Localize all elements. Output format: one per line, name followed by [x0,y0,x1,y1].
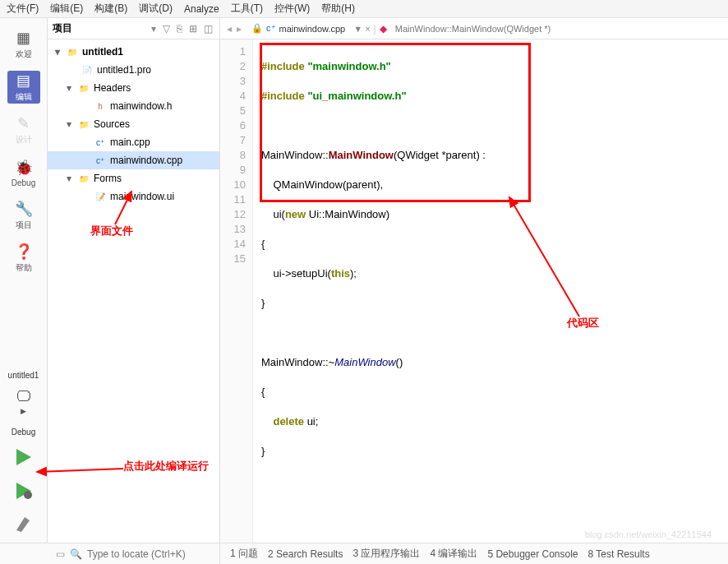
tab-dropdown[interactable]: ▼ × [353,24,370,34]
nav-back-icon[interactable]: ◂ [225,23,233,35]
menu-bar: 文件(F) 编辑(E) 构建(B) 调试(D) Analyze 工具(T) 控件… [0,0,728,18]
left-rail: ▦欢迎 ▤编辑 ✎设计 🐞Debug 🔧项目 ❓帮助 untitled1 🖵▶ … [0,18,48,543]
menu-debug[interactable]: 调试(D) [139,2,173,16]
tree-main-cpp[interactable]: c⁺main.cpp [48,133,219,151]
help-icon: ❓ [15,243,33,261]
status-debugger-console[interactable]: 5 Debugger Console [487,548,578,560]
cpp-icon: c⁺ [94,154,107,167]
status-compile-output[interactable]: 4 编译输出 [430,547,477,561]
dropdown-icon[interactable]: ▾ [150,23,158,35]
project-icon: 📁 [66,45,79,58]
bug-icon: 🐞 [15,159,33,177]
pro-icon: 📄 [81,63,94,76]
code-editor[interactable]: #include "mainwindow.h" #include "ui_mai… [253,39,728,543]
folder-icon: 📁 [77,81,90,95]
status-search-results[interactable]: 2 Search Results [268,548,343,560]
ui-icon: 📝 [94,190,107,203]
wrench-icon: 🔧 [15,200,33,218]
cpp-icon: c⁺ [266,23,276,34]
search-icon: 🔍 [70,548,82,560]
menu-analyze[interactable]: Analyze [184,3,219,15]
svg-marker-0 [16,449,31,465]
rail-project[interactable]: 🔧项目 [7,199,40,232]
status-bar: ▭ 🔍 1 问题 2 Search Results 3 应用程序输出 4 编译输… [0,543,728,564]
filter-icon[interactable]: ▽ [161,23,172,35]
editor-tab[interactable]: 🔒 c⁺ mainwindow.cpp [247,21,350,35]
rail-edit[interactable]: ▤编辑 [7,71,40,104]
menu-file[interactable]: 文件(F) [7,2,39,16]
status-test-results[interactable]: 8 Test Results [588,548,650,560]
rail-design[interactable]: ✎设计 [7,113,40,146]
tree-sources[interactable]: ▾📁Sources [48,115,219,133]
link-icon[interactable]: ⎘ [175,23,184,35]
debug-run-button[interactable] [13,480,35,504]
diamond-icon: ◆ [380,23,387,35]
tree-root[interactable]: ▾📁untitled1 [48,43,219,61]
folder-icon: 📁 [77,118,90,131]
project-panel: 项目 ▾ ▽ ⎘ ⊞ ◫ ▾📁untitled1 📄untitled1.pro … [48,18,220,543]
panel-title: 项目 [53,21,72,35]
tree-pro-file[interactable]: 📄untitled1.pro [48,61,219,79]
rail-help[interactable]: ❓帮助 [7,242,40,275]
monitor-icon: 🖵 [16,388,31,405]
panel-toggle-icon[interactable]: ▭ [56,548,65,560]
target-label: untitled1 [8,371,39,380]
grid-icon: ▦ [16,29,30,47]
cpp-icon: c⁺ [94,136,107,149]
menu-build[interactable]: 构建(B) [94,2,127,16]
lock-icon: 🔒 [251,23,263,34]
rail-welcome[interactable]: ▦欢迎 [7,28,40,61]
config-label: Debug [12,428,35,437]
status-problems[interactable]: 1 问题 [230,547,258,561]
editor-area: ◂ ▸ 🔒 c⁺ mainwindow.cpp ▼ × | ◆ MainWind… [220,18,728,543]
tree-mainwindow-h[interactable]: hmainwindow.h [48,97,219,115]
tree-forms[interactable]: ▾📁Forms [48,169,219,187]
project-tree: ▾📁untitled1 📄untitled1.pro ▾📁Headers hma… [48,39,219,543]
nav-forward-icon[interactable]: ▸ [235,23,243,35]
rail-debug[interactable]: 🐞Debug [7,156,40,189]
menu-help[interactable]: 帮助(H) [321,2,355,16]
target-selector[interactable]: 🖵▶ [7,385,40,418]
tree-headers[interactable]: ▾📁Headers [48,79,219,97]
svg-point-2 [24,491,32,499]
split-icon[interactable]: ◫ [202,23,214,35]
run-button[interactable] [13,446,35,470]
build-button[interactable] [13,514,35,538]
menu-widgets[interactable]: 控件(W) [274,2,310,16]
menu-tools[interactable]: 工具(T) [231,2,263,16]
status-app-output[interactable]: 3 应用程序输出 [352,547,420,561]
breadcrumb[interactable]: MainWindow::MainWindow(QWidget *) [395,24,551,34]
tree-mainwindow-cpp[interactable]: c⁺mainwindow.cpp [48,151,219,169]
locator-input[interactable] [87,548,219,560]
tree-mainwindow-ui[interactable]: 📝mainwindow.ui [48,187,219,206]
menu-edit[interactable]: 编辑(E) [50,2,83,16]
edit-icon: ▤ [16,72,30,90]
h-icon: h [94,99,107,113]
add-icon[interactable]: ⊞ [187,23,199,35]
line-gutter: 123 456 789 101112 131415 [220,39,253,543]
pencil-icon: ✎ [17,114,30,132]
folder-icon: 📁 [77,172,90,185]
